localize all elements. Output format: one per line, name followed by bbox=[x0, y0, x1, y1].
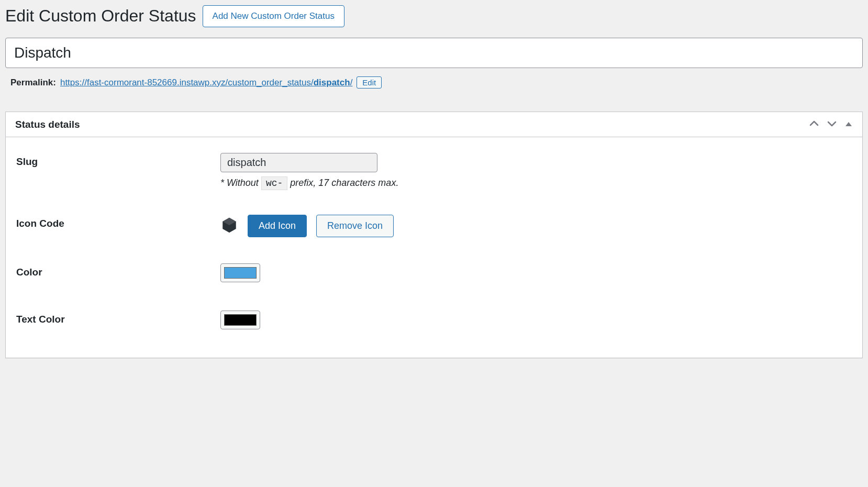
chevron-down-icon[interactable] bbox=[827, 118, 837, 130]
permalink-trailing: / bbox=[350, 78, 353, 87]
page-title: Edit Custom Order Status bbox=[5, 6, 196, 26]
slug-helper-suffix: prefix, 17 characters max. bbox=[290, 178, 398, 188]
color-label: Color bbox=[16, 263, 220, 278]
panel-title: Status details bbox=[15, 119, 80, 130]
slug-input[interactable] bbox=[220, 153, 377, 172]
text-color-swatch bbox=[224, 314, 257, 326]
text-color-picker[interactable] bbox=[220, 311, 260, 329]
chevron-up-icon[interactable] bbox=[809, 118, 819, 130]
slug-helper-text: * Without wc- prefix, 17 characters max. bbox=[220, 178, 852, 189]
slug-label: Slug bbox=[16, 153, 220, 168]
permalink-url-prefix: https://fast-cormorant-852669.instawp.xy… bbox=[60, 78, 314, 87]
permalink-link[interactable]: https://fast-cormorant-852669.instawp.xy… bbox=[60, 78, 352, 88]
permalink-slug: dispatch bbox=[314, 78, 350, 87]
permalink-label: Permalink: bbox=[10, 78, 56, 88]
slug-row: Slug * Without wc- prefix, 17 characters… bbox=[16, 153, 852, 189]
icon-code-label: Icon Code bbox=[16, 215, 220, 229]
icon-code-row: Icon Code Add Icon Remove Icon bbox=[16, 215, 852, 237]
slug-helper-prefix: * Without bbox=[220, 178, 261, 188]
remove-icon-button[interactable]: Remove Icon bbox=[316, 215, 394, 237]
add-new-status-button[interactable]: Add New Custom Order Status bbox=[203, 5, 344, 27]
permalink-row: Permalink: https://fast-cormorant-852669… bbox=[5, 74, 863, 91]
text-color-row: Text Color bbox=[16, 311, 852, 331]
collapse-triangle-icon[interactable] bbox=[844, 119, 853, 130]
color-picker[interactable] bbox=[220, 263, 260, 282]
color-row: Color bbox=[16, 263, 852, 284]
status-details-panel: Status details Slug * Without wc- prefix… bbox=[5, 112, 863, 358]
color-swatch bbox=[224, 267, 257, 279]
text-color-label: Text Color bbox=[16, 311, 220, 325]
panel-header: Status details bbox=[6, 112, 862, 137]
add-icon-button[interactable]: Add Icon bbox=[248, 215, 307, 237]
status-title-input[interactable] bbox=[5, 38, 863, 68]
slug-helper-code: wc- bbox=[261, 176, 287, 190]
package-icon bbox=[220, 216, 238, 236]
edit-permalink-button[interactable]: Edit bbox=[357, 76, 382, 88]
